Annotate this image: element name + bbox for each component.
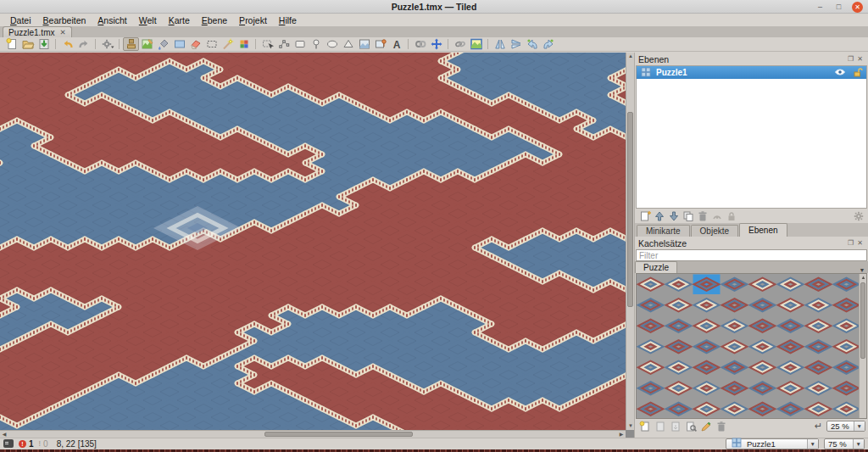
insert-ellipse-tool[interactable] [324,37,340,51]
float-panel-icon[interactable]: ❐ [846,238,855,248]
map-vertical-scrollbar[interactable]: ▲ ▼ [626,53,634,430]
layers-panel-title: Ebenen [638,54,846,64]
error-count: 1 [29,439,34,449]
close-panel-icon[interactable]: ✕ [855,54,865,64]
close-panel-icon[interactable]: ✕ [855,238,865,248]
rect-select-tool[interactable] [203,37,220,51]
remove-layer-button[interactable] [695,209,709,222]
tileset-canvas[interactable] [637,274,860,418]
main-area: ▲ ▼ ◀ ▶ Ebenen ❐ ✕ Puzzle1 [0,53,868,438]
magic-wand-tool[interactable] [220,37,236,51]
console-icon[interactable] [3,439,14,448]
dock-tab-minikarte[interactable]: Minikarte [637,225,690,237]
new-layer-button[interactable] [637,209,652,222]
dock-tab-ebenen[interactable]: Ebenen [739,223,787,237]
toggle-other-layers-button[interactable] [709,209,724,222]
tab-close-icon[interactable]: ✕ [59,28,65,36]
toolbar-separator [95,39,96,49]
menu-ebene[interactable]: Ebene [197,15,232,25]
menu-ansicht[interactable]: Ansicht [92,15,131,25]
tileset-vscroll-thumb[interactable] [860,282,865,359]
menu-bearbeiten[interactable]: Bearbeiten [38,15,92,25]
rotate-left-button[interactable] [524,37,540,51]
edit-polygons-tool[interactable] [275,37,292,51]
tileset-properties-button[interactable] [698,420,713,432]
scroll-down-icon[interactable]: ▼ [626,422,635,430]
save-file-button[interactable] [36,37,52,51]
dynamic-wrap-icon[interactable]: ↵ [811,420,826,432]
layer-select-combo[interactable]: Puzzle1 ▼ [726,438,819,449]
title-bar[interactable]: Puzzle1.tmx — Tiled – □ ✕ [0,0,868,14]
scroll-up-icon[interactable]: ▲ [860,274,867,282]
lower-layer-button[interactable] [666,209,681,222]
pan-tool[interactable] [428,37,444,51]
new-map-button[interactable] [3,37,19,51]
insert-point-tool[interactable] [308,37,324,51]
new-tileset-button[interactable] [637,420,652,432]
layer-settings-gear-icon[interactable] [851,209,865,222]
remove-tileset-button[interactable] [714,420,728,432]
shape-fill-tool[interactable] [171,37,187,51]
insert-template-tool[interactable] [372,37,388,51]
lock-icon[interactable] [850,65,864,81]
cursor-position: 8, 22 [135] [57,439,97,449]
document-tab-label: Puzzle1.tmx [8,28,54,37]
link-tool[interactable] [452,37,468,51]
redo-button[interactable] [75,37,92,51]
menu-welt[interactable]: Welt [134,15,162,25]
bucket-fill-tool[interactable] [155,37,171,51]
tileset-vertical-scrollbar[interactable]: ▲ [859,274,866,418]
same-tile-select-tool[interactable] [236,37,252,51]
menu-hilfe[interactable]: Hilfe [274,15,302,25]
map-horizontal-scrollbar[interactable]: ◀ ▶ [0,430,626,438]
layer-list[interactable]: Puzzle1 [636,65,867,209]
terrain-brush-tool[interactable] [139,37,155,51]
open-file-button[interactable] [19,37,36,51]
map-canvas[interactable] [0,53,626,430]
tileset-tab-puzzle[interactable]: Puzzle [635,261,677,273]
menu-projekt[interactable]: Projekt [234,15,272,25]
stamp-brush-tool[interactable] [123,37,139,51]
scroll-up-icon[interactable]: ▲ [626,53,635,60]
chevron-down-icon[interactable]: ▼ [856,267,868,273]
document-tab-puzzle1.tmx[interactable]: Puzzle1.tmx✕ [3,26,72,37]
zoom-select-combo[interactable]: 75 % ▼ [824,438,865,449]
eraser-tool[interactable] [187,37,203,51]
dock-tab-objekte[interactable]: Objekte [691,225,738,237]
flip-horizontal-button[interactable] [492,37,508,51]
commands-button[interactable] [99,37,115,51]
insert-tile-tool[interactable] [356,37,372,51]
tileset-filter-input[interactable] [636,249,867,261]
tilesets-dock-header: Kachelsätze ❐ ✕ [635,237,868,249]
edit-tileset-button[interactable] [683,420,698,432]
map-hscroll-thumb[interactable] [264,432,413,437]
warning-badge[interactable]: ! 0 [39,439,48,449]
error-badge[interactable]: ! 1 [19,439,34,449]
raise-layer-button[interactable] [652,209,666,222]
close-icon[interactable]: ✕ [852,2,863,13]
warning-count: 0 [43,439,48,449]
insert-polygon-tool[interactable] [340,37,356,51]
minimize-icon[interactable]: – [815,2,826,13]
undo-button[interactable] [59,37,75,51]
select-objects-tool[interactable] [259,37,275,51]
search-rings-tool[interactable] [412,37,428,51]
float-panel-icon[interactable]: ❐ [846,54,855,64]
visibility-eye-icon[interactable] [833,65,847,81]
flip-vertical-button[interactable] [508,37,524,51]
lock-layer-button[interactable] [724,209,738,222]
tileset-zoom-combo[interactable]: 25 %▼ [826,421,865,432]
menu-datei[interactable]: Datei [5,15,36,25]
insert-rectangle-tool[interactable] [292,37,308,51]
export-tileset-button[interactable] [668,420,682,432]
layer-row-puzzle1[interactable]: Puzzle1 [637,66,866,79]
duplicate-layer-button[interactable] [681,209,695,222]
maximize-icon[interactable]: □ [833,2,844,13]
embed-tileset-button[interactable] [653,420,667,432]
tileset-image-tool[interactable] [468,37,484,51]
tileset-filter-row [636,249,867,261]
map-vscroll-thumb[interactable] [627,112,633,307]
rotate-right-button[interactable] [540,37,556,51]
menu-karte[interactable]: Karte [164,15,195,25]
insert-text-tool[interactable]: A [388,37,404,51]
